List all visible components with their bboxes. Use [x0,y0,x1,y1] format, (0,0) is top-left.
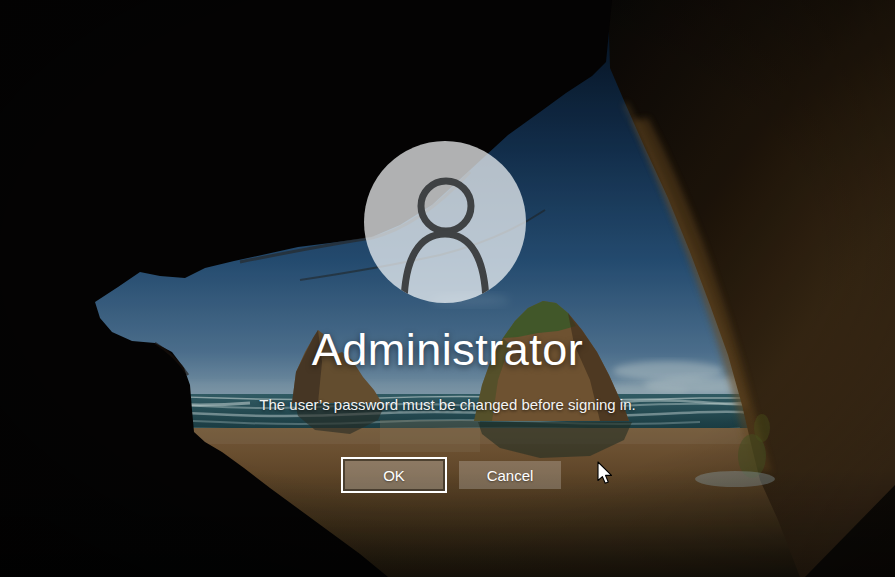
username-title: Administrator [0,326,895,373]
button-row: OK Cancel [343,459,561,491]
signin-message: The user’s password must be changed befo… [0,396,895,413]
cancel-button[interactable]: Cancel [459,461,561,489]
ok-button[interactable]: OK [343,459,445,491]
windows-signin-screen: Administrator The user’s password must b… [0,0,895,577]
user-avatar [364,141,526,303]
person-outline-icon [364,141,526,303]
